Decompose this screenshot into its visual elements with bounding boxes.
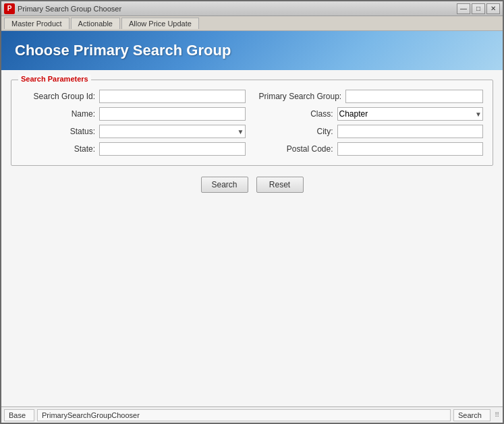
close-button[interactable]: ✕ (486, 3, 500, 14)
search-group-id-row: Search Group Id: (21, 90, 246, 103)
search-button[interactable]: Search (201, 177, 248, 193)
city-input[interactable] (337, 125, 484, 138)
buttons-row: Search Reset (11, 177, 493, 193)
city-row: City: (259, 125, 484, 138)
main-content: Choose Primary Search Group Search Param… (1, 31, 503, 406)
status-name-segment: PrimarySearchGroupChooser (37, 409, 451, 421)
status-bar: Base PrimarySearchGroupChooser Search ⠿ (1, 406, 503, 423)
reset-button[interactable]: Reset (256, 177, 304, 193)
status-select-wrapper: Active Inactive ▼ (99, 125, 246, 138)
status-search-button[interactable]: Search (453, 409, 491, 421)
postal-code-row: Postal Code: (259, 142, 484, 156)
search-parameters-group: Search Parameters Search Group Id: Name: (11, 80, 493, 166)
title-bar: P Primary Search Group Chooser — □ ✕ (1, 1, 503, 16)
city-label: City: (259, 127, 333, 136)
name-input[interactable] (99, 107, 246, 121)
status-search-label: Search (458, 411, 482, 419)
class-select-wrapper: Chapter Region National Local ▼ (337, 107, 484, 121)
tab-allow-price-update[interactable]: Allow Price Update (121, 18, 199, 29)
class-select[interactable]: Chapter Region National Local (337, 107, 484, 121)
postal-code-input[interactable] (337, 142, 484, 156)
maximize-button[interactable]: □ (472, 3, 485, 14)
dialog-header: Choose Primary Search Group (1, 31, 503, 70)
group-box-legend: Search Parameters (18, 75, 91, 83)
primary-search-group-row: Primary Search Group: (259, 90, 484, 103)
minimize-button[interactable]: — (457, 3, 470, 14)
name-label: Name: (21, 109, 95, 119)
tab-actionable[interactable]: Actionable (71, 18, 120, 29)
class-label: Class: (259, 109, 333, 119)
state-label: State: (21, 144, 95, 154)
name-row: Name: (21, 107, 246, 121)
postal-code-label: Postal Code: (259, 144, 333, 154)
main-window: P Primary Search Group Chooser — □ ✕ Mas… (0, 0, 504, 424)
form-grid: Search Group Id: Name: Status: (21, 90, 483, 156)
status-label: Status: (21, 127, 95, 136)
class-row: Class: Chapter Region National Local ▼ (259, 107, 484, 121)
form-col-right: Primary Search Group: Class: Chapter Reg… (259, 90, 484, 156)
primary-search-group-label: Primary Search Group: (259, 92, 342, 101)
window-title: Primary Search Group Chooser (18, 5, 121, 13)
status-base-segment: Base (4, 409, 34, 421)
search-group-id-label: Search Group Id: (21, 92, 95, 101)
status-name-label: PrimarySearchGroupChooser (42, 411, 140, 419)
status-base-label: Base (9, 411, 26, 419)
title-bar-left: P Primary Search Group Chooser (4, 3, 121, 14)
form-col-left: Search Group Id: Name: Status: (21, 90, 246, 156)
status-select[interactable]: Active Inactive (99, 125, 246, 138)
app-icon: P (4, 3, 15, 14)
state-row: State: (21, 142, 246, 156)
status-row: Status: Active Inactive ▼ (21, 125, 246, 138)
search-group-id-input[interactable] (99, 90, 246, 103)
window-controls: — □ ✕ (457, 3, 500, 14)
tab-master-product[interactable]: Master Product (4, 18, 69, 29)
dialog-title: Choose Primary Search Group (15, 42, 489, 59)
primary-search-group-input[interactable] (345, 90, 483, 103)
dialog-body: Search Parameters Search Group Id: Name: (1, 70, 503, 406)
state-input[interactable] (99, 142, 246, 156)
parent-tab-strip: Master Product Actionable Allow Price Up… (1, 16, 503, 31)
resize-grip-icon: ⠿ (493, 409, 500, 421)
